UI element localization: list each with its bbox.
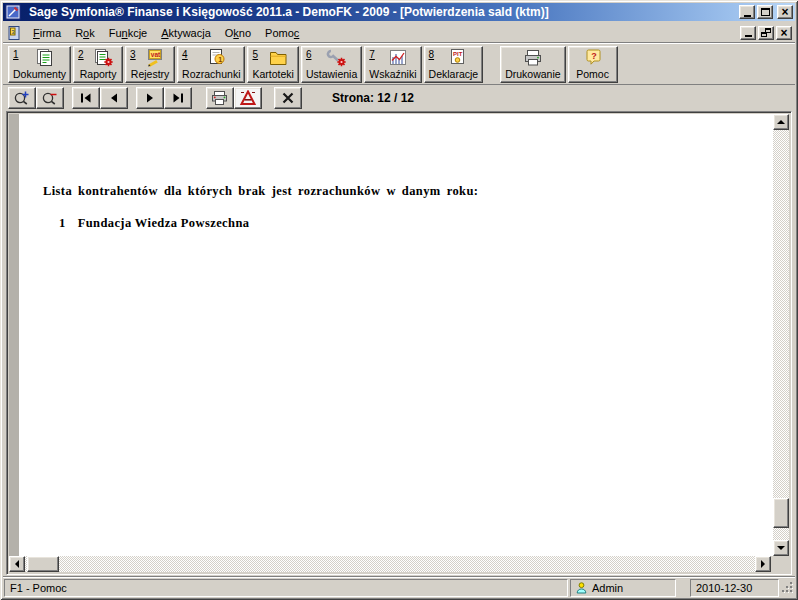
wrench-gear-icon <box>326 48 348 68</box>
title-bar[interactable]: Sage Symfonia® Finanse i Księgowość 2011… <box>3 3 795 21</box>
user-icon <box>576 582 588 594</box>
menu-pomoc[interactable]: Pomoc <box>258 24 306 42</box>
toolbar-button-raporty[interactable]: 2 Raporty <box>73 46 123 83</box>
shortcut-number: 5 <box>252 49 258 60</box>
main-toolbar: 1 Dokumenty 2 Raporty 3 vat Rejestry 4 1 <box>3 44 795 85</box>
menu-funkcje[interactable]: Funkcje <box>102 24 155 42</box>
scroll-up-button[interactable] <box>773 114 789 130</box>
restore-icon <box>761 28 771 37</box>
mdi-close-button[interactable]: × <box>776 26 792 40</box>
horizontal-scroll-track[interactable] <box>25 556 755 572</box>
settlements-icon: 1 <box>205 48 227 68</box>
scroll-left-button[interactable] <box>9 556 25 572</box>
shortcut-number: 7 <box>369 49 375 60</box>
export-pdf-icon <box>239 90 257 106</box>
toolbar-button-ustawienia[interactable]: 6 Ustawienia <box>301 46 362 83</box>
vertical-scroll-thumb[interactable] <box>773 498 789 528</box>
vertical-scroll-track[interactable] <box>773 130 789 540</box>
toolbar-button-dokumenty[interactable]: 1 Dokumenty <box>8 46 71 83</box>
shortcut-number: 3 <box>130 49 136 60</box>
shortcut-number: 6 <box>306 49 312 60</box>
toolbar-button-label: Drukowanie <box>505 68 560 80</box>
status-user-panel: Admin <box>570 579 676 597</box>
svg-text:vat: vat <box>151 51 161 58</box>
horizontal-scrollbar[interactable] <box>9 556 771 572</box>
toolbar-button-label: Rejestry <box>131 68 170 80</box>
toolbar-button-rozrachunki[interactable]: 4 1 Rozrachunki <box>177 46 245 83</box>
mdi-restore-button[interactable] <box>758 26 774 40</box>
resize-grip-icon <box>781 581 794 594</box>
toolbar-button-label: Deklaracje <box>429 68 479 80</box>
toolbar-button-label: Dokumenty <box>13 68 66 80</box>
minimize-icon <box>744 15 751 17</box>
arrow-left-icon <box>15 560 19 568</box>
menu-firma[interactable]: Firma <box>26 24 68 42</box>
menu-rok[interactable]: Rok <box>68 24 102 42</box>
print-button[interactable] <box>206 87 234 109</box>
zoom-in-button[interactable] <box>8 87 36 109</box>
export-pdf-button[interactable] <box>234 87 262 109</box>
first-page-button[interactable] <box>72 87 100 109</box>
vat-register-icon: vat <box>144 48 166 68</box>
vertical-scrollbar[interactable] <box>773 114 789 556</box>
close-icon: × <box>780 28 787 38</box>
menu-okno[interactable]: Okno <box>218 24 258 42</box>
close-preview-button[interactable] <box>274 87 302 109</box>
zoom-out-button[interactable] <box>36 87 64 109</box>
toolbar-button-label: Ustawienia <box>306 68 357 80</box>
close-icon: × <box>781 7 788 17</box>
document-system-icon[interactable]: 3 <box>6 25 22 41</box>
print-icon <box>210 90 230 106</box>
minimize-button[interactable] <box>739 5 755 19</box>
next-page-icon <box>143 92 157 104</box>
shortcut-number: 8 <box>429 49 435 60</box>
scroll-down-button[interactable] <box>773 540 789 556</box>
mdi-minimize-button[interactable] <box>740 26 756 40</box>
svg-text:PIT: PIT <box>453 51 463 57</box>
toolbar-button-wskazniki[interactable]: 7 Wskaźniki <box>364 46 421 83</box>
report-heading: Lista kontrahentów dla których brak jest… <box>43 184 478 199</box>
menu-bar: 3 Firma Rok Funkcje Aktywacja Okno Pomoc… <box>3 23 795 43</box>
zoom-in-icon <box>13 90 31 106</box>
toolbar-button-deklaracje[interactable]: 8 PIT Deklaracje <box>424 46 484 83</box>
toolbar-button-drukowanie[interactable]: Drukowanie <box>500 46 565 83</box>
help-icon: ? <box>582 48 604 68</box>
horizontal-scroll-thumb[interactable] <box>27 556 59 572</box>
last-page-button[interactable] <box>164 87 192 109</box>
window-title: Sage Symfonia® Finanse i Księgowość 2011… <box>29 5 735 19</box>
item-number: 1 <box>59 216 66 230</box>
resize-grip[interactable] <box>781 581 794 596</box>
status-hint: F1 - Pomoc <box>10 582 67 594</box>
zoom-out-icon <box>41 90 59 106</box>
toolbar-button-label: Wskaźniki <box>369 68 416 80</box>
page-indicator: Strona: 12 / 12 <box>332 91 414 105</box>
scroll-right-button[interactable] <box>755 556 771 572</box>
scrollbar-corner <box>773 556 789 572</box>
maximize-icon <box>761 8 770 16</box>
app-icon[interactable] <box>5 4 21 20</box>
item-name: Fundacja Wiedza Powszechna <box>78 216 250 230</box>
maximize-button[interactable] <box>757 5 773 19</box>
report-page: Lista kontrahentów dla których brak jest… <box>19 114 773 556</box>
toolbar-button-pomoc[interactable]: ? Pomoc <box>568 46 618 83</box>
app-window: Sage Symfonia® Finanse i Księgowość 2011… <box>0 0 798 600</box>
menu-aktywacja[interactable]: Aktywacja <box>154 24 218 42</box>
printer-icon <box>522 48 544 68</box>
toolbar-button-kartoteki[interactable]: 5 Kartoteki <box>247 46 298 83</box>
report-list-item: 1Fundacja Wiedza Powszechna <box>59 216 249 231</box>
close-button[interactable]: × <box>777 5 793 19</box>
prev-page-icon <box>107 92 121 104</box>
status-date: 2010-12-30 <box>696 582 752 594</box>
svg-text:1: 1 <box>218 56 222 63</box>
status-hint-panel: F1 - Pomoc <box>4 579 568 597</box>
last-page-icon <box>171 92 185 104</box>
first-page-icon <box>79 92 93 104</box>
preview-area: Lista kontrahentów dla których brak jest… <box>6 111 792 575</box>
page-margin-strip <box>9 114 19 556</box>
prev-page-button[interactable] <box>100 87 128 109</box>
toolbar-button-rejestry[interactable]: 3 vat Rejestry <box>125 46 175 83</box>
toolbar-button-label: Rozrachunki <box>182 68 240 80</box>
report-gear-icon <box>92 48 114 68</box>
svg-text:?: ? <box>591 51 597 61</box>
next-page-button[interactable] <box>136 87 164 109</box>
